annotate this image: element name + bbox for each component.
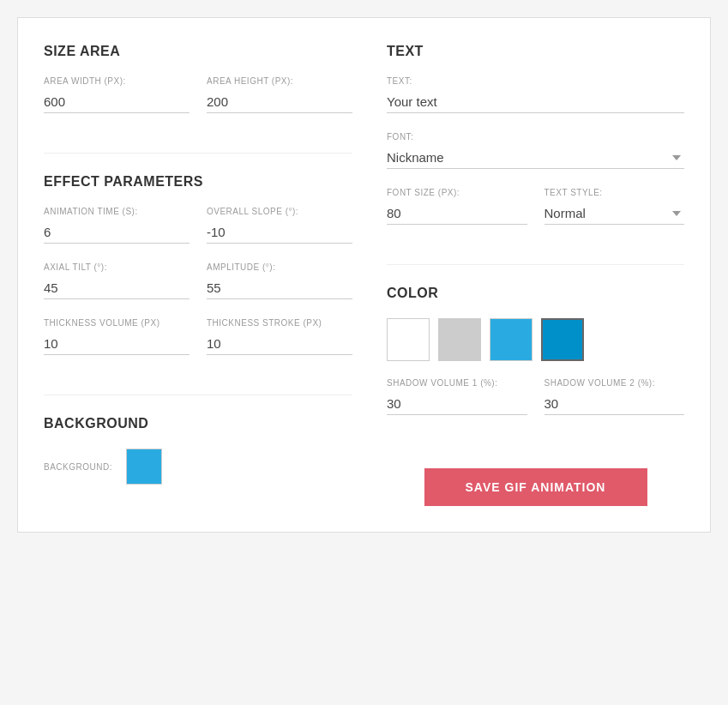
- divider-2: [44, 395, 352, 395]
- shadow-volume-2-label: SHADOW VOLUME 2 (%):: [544, 378, 685, 388]
- text-title: TEXT: [387, 44, 684, 59]
- left-column: SIZE AREA AREA WIDTH (PX): AREA HEIGHT (…: [44, 44, 352, 506]
- area-width-group: AREA WIDTH (PX):: [44, 76, 190, 113]
- axial-tilt-input[interactable]: [44, 277, 190, 299]
- shadow-volume-2-input[interactable]: [544, 393, 685, 415]
- size-area-section: SIZE AREA AREA WIDTH (PX): AREA HEIGHT (…: [44, 44, 352, 132]
- font-select[interactable]: Nickname Arial Verdana Georgia Times New…: [387, 147, 684, 169]
- save-button-container: SAVE GIF ANIMATION: [387, 460, 684, 506]
- text-input[interactable]: [387, 91, 684, 113]
- text-style-select[interactable]: Normal Bold Italic Bold Italic: [544, 202, 685, 225]
- background-section: BACKGROUND BACKGROUND:: [44, 416, 352, 485]
- font-label: FONT:: [387, 132, 684, 142]
- text-section: TEXT TEXT: FONT: Nickname Arial Verdana …: [387, 44, 684, 244]
- area-height-group: AREA HEIGHT (PX):: [207, 76, 352, 113]
- save-gif-button[interactable]: SAVE GIF ANIMATION: [424, 468, 647, 506]
- overall-slope-input[interactable]: [207, 221, 352, 244]
- text-style-group: TEXT STYLE: Normal Bold Italic Bold Ital…: [544, 188, 685, 225]
- area-width-input[interactable]: [44, 91, 190, 113]
- thickness-volume-group: THICKNESS VOLUME (PX): [44, 318, 190, 355]
- color-swatch-lightblue[interactable]: [490, 318, 532, 361]
- amplitude-group: AMPLITUDE (°):: [207, 262, 352, 299]
- text-label: TEXT:: [387, 76, 684, 86]
- background-row: BACKGROUND:: [44, 449, 352, 485]
- amplitude-label: AMPLITUDE (°):: [207, 262, 352, 272]
- animation-time-group: ANIMATION TIME (S):: [44, 207, 190, 244]
- color-swatch-white[interactable]: [387, 318, 430, 361]
- axial-tilt-group: AXIAL TILT (°):: [44, 262, 190, 299]
- divider-1: [44, 153, 352, 154]
- color-swatch-blue[interactable]: [541, 318, 584, 361]
- area-width-label: AREA WIDTH (PX):: [44, 76, 190, 86]
- thickness-stroke-label: THICKNESS STROKE (PX): [207, 318, 352, 328]
- font-field-group: FONT: Nickname Arial Verdana Georgia Tim…: [387, 132, 684, 169]
- font-size-input[interactable]: [387, 202, 527, 225]
- font-select-wrapper: Nickname Arial Verdana Georgia Times New…: [387, 147, 684, 169]
- color-title: COLOR: [387, 286, 684, 301]
- shadow-volume-1-input[interactable]: [387, 393, 527, 415]
- animation-time-label: ANIMATION TIME (S):: [44, 207, 190, 216]
- divider-3: [387, 264, 684, 265]
- right-column: TEXT TEXT: FONT: Nickname Arial Verdana …: [387, 44, 684, 506]
- shadow-volume-1-group: SHADOW VOLUME 1 (%):: [387, 378, 527, 415]
- thickness-volume-label: THICKNESS VOLUME (PX): [44, 318, 190, 328]
- color-swatch-gray[interactable]: [438, 318, 481, 361]
- shadow-volume-1-label: SHADOW VOLUME 1 (%):: [387, 378, 527, 388]
- text-style-label: TEXT STYLE:: [544, 188, 685, 197]
- text-style-select-wrapper: Normal Bold Italic Bold Italic: [544, 202, 685, 225]
- background-title: BACKGROUND: [44, 416, 352, 431]
- amplitude-input[interactable]: [207, 277, 352, 299]
- area-height-input[interactable]: [207, 91, 352, 113]
- font-size-label: FONT SIZE (PX):: [387, 188, 527, 197]
- overall-slope-label: OVERALL SLOPE (°):: [207, 207, 352, 216]
- effect-parameters-title: EFFECT PARAMETERS: [44, 174, 352, 190]
- color-swatches-row: [387, 318, 684, 361]
- background-label: BACKGROUND:: [44, 462, 112, 472]
- shadow-volume-2-group: SHADOW VOLUME 2 (%):: [544, 378, 685, 415]
- thickness-volume-input[interactable]: [44, 333, 190, 355]
- size-area-title: SIZE AREA: [44, 44, 352, 59]
- axial-tilt-label: AXIAL TILT (°):: [44, 262, 190, 272]
- background-color-swatch[interactable]: [126, 449, 162, 485]
- font-size-group: FONT SIZE (PX):: [387, 188, 527, 225]
- text-field-group: TEXT:: [387, 76, 684, 113]
- area-height-label: AREA HEIGHT (PX):: [207, 76, 352, 86]
- thickness-stroke-input[interactable]: [207, 333, 352, 355]
- animation-time-input[interactable]: [44, 221, 190, 244]
- color-section: COLOR SHADOW VOLUME 1 (%): SHADOW VOLUME…: [387, 286, 684, 434]
- thickness-stroke-group: THICKNESS STROKE (PX): [207, 318, 352, 355]
- effect-parameters-section: EFFECT PARAMETERS ANIMATION TIME (S): OV…: [44, 174, 352, 374]
- overall-slope-group: OVERALL SLOPE (°):: [207, 207, 352, 244]
